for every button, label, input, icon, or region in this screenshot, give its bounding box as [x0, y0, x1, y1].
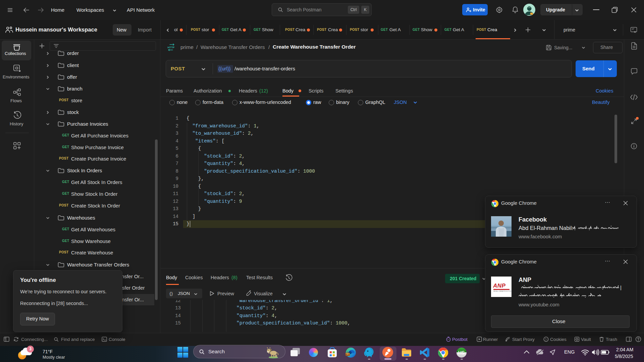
svg-text:HTTP: HTTP — [168, 46, 175, 49]
